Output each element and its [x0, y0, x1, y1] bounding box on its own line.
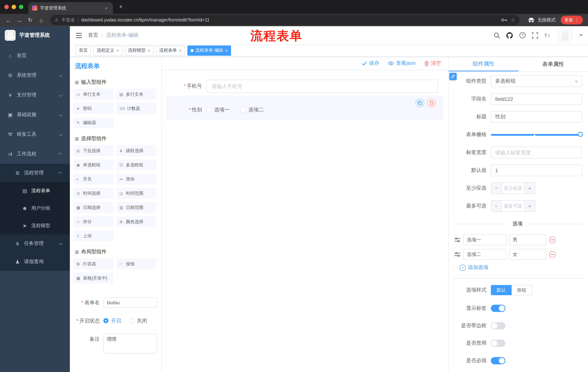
form-name-input[interactable] [103, 298, 157, 308]
search-icon[interactable] [494, 32, 500, 38]
password-key-icon[interactable] [501, 18, 508, 22]
radio-open[interactable]: 开启 [103, 316, 121, 326]
decrease-button[interactable] [491, 201, 502, 212]
delete-component-button[interactable] [427, 99, 436, 107]
tag-process-model[interactable]: 流程模型 [125, 45, 154, 55]
sidebar-item-user-groups[interactable]: ☻ 用户分组 [0, 200, 70, 217]
label-width-input[interactable] [491, 147, 582, 158]
tag-process-form[interactable]: 流程表单 [156, 45, 185, 55]
tag-process-definition[interactable]: 流程定义 [94, 45, 122, 55]
sidebar-item-workflow[interactable]: ⇉ 工作流程 [0, 144, 70, 164]
component-type-select[interactable]: 多选框组 [491, 75, 582, 87]
remove-option-icon[interactable] [549, 237, 556, 243]
new-tab-button[interactable] [117, 3, 125, 11]
add-option-button[interactable]: 添加选项 [460, 264, 582, 271]
disabled-switch[interactable] [491, 340, 505, 347]
view-json-button[interactable]: 查看json [388, 60, 416, 67]
option-value-input[interactable] [509, 249, 546, 260]
sidebar-item-leave-query[interactable]: ♟ 请假查询 [0, 253, 70, 271]
tab-form-props[interactable]: 表单属性 [518, 57, 588, 71]
sidebar-item-home[interactable]: ⌂ 首页 [0, 46, 70, 65]
checkbox-option-2[interactable]: 选项二 [241, 107, 264, 113]
help-icon[interactable]: ? [519, 32, 526, 39]
palette-item-upload[interactable]: ⇧上传 [74, 230, 114, 241]
tag-close-icon[interactable] [116, 48, 119, 53]
checkbox-option-1[interactable]: 选项一 [206, 107, 230, 113]
font-size-icon[interactable]: TT [544, 32, 552, 38]
sidebar-item-process-form[interactable]: ▤ 流程表单 [0, 182, 70, 200]
palette-item-date-picker[interactable]: ▦日期选择 [74, 202, 114, 213]
forward-icon[interactable] [15, 15, 24, 25]
sidebar-item-process-model[interactable]: ➤ 流程模型 [0, 217, 70, 234]
decrease-button[interactable] [491, 183, 502, 194]
option-name-input[interactable] [463, 234, 506, 245]
address-bar[interactable]: 不安全 dashboard.yudao.iocoder.cn/bpm/manag… [50, 15, 520, 25]
style-default-button[interactable]: 默认 [491, 285, 512, 295]
show-label-switch[interactable] [491, 305, 505, 312]
remove-option-icon[interactable] [549, 251, 556, 258]
tag-close-icon[interactable] [148, 48, 150, 53]
palette-item-counter[interactable]: 123计数器 [116, 103, 157, 114]
palette-item-row-container[interactable]: ⊞行容器 [74, 258, 114, 269]
github-icon[interactable] [506, 32, 513, 39]
required-switch[interactable] [491, 357, 505, 364]
tag-close-icon[interactable] [225, 48, 228, 53]
update-button[interactable]: 更新 [561, 16, 583, 24]
increase-button[interactable] [524, 183, 535, 194]
palette-item-radio-group[interactable]: ◉单选框组 [74, 159, 114, 170]
palette-item-button[interactable]: ☞按钮 [116, 258, 157, 269]
hamburger-icon[interactable] [76, 32, 82, 38]
slider-handle[interactable] [578, 132, 583, 137]
drag-handle-icon[interactable] [454, 237, 460, 242]
style-button-button[interactable]: 按钮 [512, 285, 532, 295]
phone-form-item[interactable]: 手机号 [166, 80, 443, 93]
palette-item-checkbox-group[interactable]: ☑多选框组 [116, 159, 157, 170]
palette-item-switch[interactable]: ◐开关 [74, 174, 114, 185]
window-zoom-button[interactable] [19, 5, 23, 9]
palette-item-time-range[interactable]: ◶时间范围 [116, 188, 157, 199]
tag-process-form-edit[interactable]: 流程表单-编辑 [187, 45, 231, 55]
palette-item-time-picker[interactable]: ◷时间选择 [74, 188, 114, 199]
option-value-input[interactable] [509, 234, 546, 245]
grid-slider[interactable] [491, 129, 582, 140]
browser-tab[interactable]: 芋道管理系统 [28, 2, 113, 14]
option-name-input[interactable] [463, 249, 506, 260]
palette-item-rate[interactable]: ☆评分 [74, 216, 114, 227]
home-icon[interactable] [36, 15, 46, 25]
selected-component-gender[interactable]: 性别 选项一 选项二 [166, 96, 443, 120]
back-icon[interactable] [4, 15, 13, 25]
reload-icon[interactable] [25, 15, 35, 25]
increase-button[interactable] [524, 201, 535, 212]
avatar[interactable] [558, 28, 572, 43]
fullscreen-icon[interactable] [532, 32, 538, 38]
palette-item-textarea[interactable]: ▤多行文本 [116, 89, 157, 100]
palette-item-select[interactable]: ◎下拉选择 [74, 145, 114, 156]
palette-item-editor[interactable]: ✎编辑器 [74, 117, 114, 128]
sidebar-item-devtools[interactable]: ⚒ 研发工具 [0, 125, 70, 144]
palette-item-single-line-text[interactable]: ▭单行文本 [74, 89, 114, 100]
copy-component-button[interactable] [416, 99, 424, 107]
title-input[interactable] [491, 111, 582, 123]
sidebar-item-payment[interactable]: ¥ 支付管理 [0, 85, 70, 105]
palette-item-cascader[interactable]: ⋔级联选择 [116, 145, 157, 156]
window-minimize-button[interactable] [12, 5, 16, 9]
sidebar-item-system[interactable]: ⚙ 系统管理 [0, 65, 70, 85]
palette-item-slider[interactable]: ⊷滑块 [116, 174, 157, 185]
border-switch[interactable] [491, 322, 505, 329]
tab-close-icon[interactable] [103, 5, 109, 11]
palette-item-color-picker[interactable]: ⊚颜色选择 [116, 216, 157, 227]
window-close-button[interactable] [4, 5, 9, 9]
palette-item-table[interactable]: ▦表格[开发中] [74, 273, 114, 284]
palette-item-date-range[interactable]: ▥日期范围 [116, 202, 157, 213]
save-button[interactable]: 保存 [362, 60, 379, 67]
radio-closed[interactable]: 关闭 [129, 316, 147, 326]
default-value-input[interactable] [491, 165, 582, 176]
doc-link-icon[interactable] [449, 73, 457, 80]
min-select-value[interactable]: 至少应选 [502, 183, 524, 194]
max-select-value[interactable]: 最多可选 [502, 201, 524, 212]
tab-component-props[interactable]: 组件属性 [449, 57, 518, 71]
form-remark-textarea[interactable]: 嘿嘿 [103, 334, 157, 353]
sidebar-item-process-management[interactable]: ≣ 流程管理 [0, 164, 70, 182]
bookmark-star-icon[interactable] [511, 17, 515, 23]
avatar-dropdown-caret-icon[interactable] [579, 34, 583, 36]
